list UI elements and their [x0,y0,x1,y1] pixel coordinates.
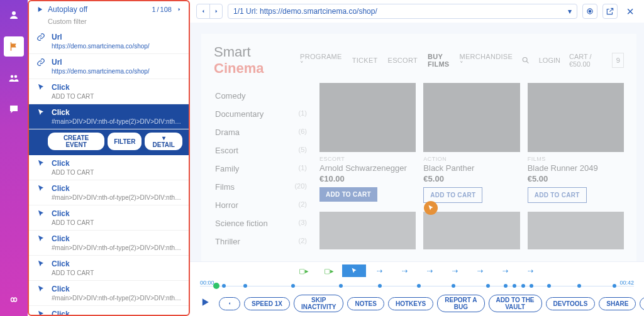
event-detail: #main>DIV>DIV:nth-of-type(2)>DIV>DIV:nth… [52,244,182,251]
category-item[interactable]: Drama(6) [214,123,308,141]
event-row[interactable]: ClickADD TO CART [29,256,189,281]
tl-filter-cursor[interactable] [342,264,366,277]
nav-forward-button[interactable] [209,4,222,18]
report-bug-button[interactable]: REPORT ABUG [437,295,484,312]
event-row[interactable]: ClickADD TO CART [29,79,189,104]
tl-filter-6[interactable]: ⇢ [443,264,467,277]
add-to-cart-button[interactable]: ADD TO CART [528,187,587,203]
notes-button[interactable]: NOTES [347,297,384,310]
rail-users-icon[interactable] [4,68,24,88]
category-item[interactable]: Family(1) [214,160,308,178]
event-pager[interactable]: 1/108 [152,6,182,13]
nav-item[interactable]: MERCHANDISE ˅ [460,53,513,68]
tl-filter-4[interactable]: ⇢ [392,264,416,277]
devtools-button[interactable]: DEVTOOLS [546,297,596,310]
event-detail: ADD TO CART [52,270,182,276]
nav-back-button[interactable] [197,4,209,18]
product-thumb[interactable] [319,212,416,249]
category-item[interactable]: Thriller(2) [214,232,308,251]
rail-infinity-icon[interactable] [4,290,24,310]
event-row[interactable]: Click#main>DIV>DIV:nth-of-type(2)>DIV>DI… [29,180,189,205]
timeline-marker[interactable] [530,284,533,288]
target-icon[interactable] [582,4,597,19]
timeline-marker[interactable] [613,284,616,288]
custom-filter-label[interactable]: Custom filter [29,18,189,29]
fullscreen-button[interactable]: FULLSCREEN [640,297,644,310]
url-bar[interactable]: 1/1 Url: https://demo.smartcinema.co/sho… [228,4,577,19]
hotkeys-button[interactable]: HOTKEYS [388,297,433,310]
rail-user-icon[interactable] [4,5,24,25]
product-name[interactable]: Arnold Schwarzenegger [319,163,416,173]
event-row[interactable]: Click#main>DIV>DIV:nth-of-type(2)>DIV>DI… [29,104,189,129]
product-thumb[interactable] [423,212,519,249]
link-icon [35,33,47,50]
prev-button[interactable] [219,297,240,310]
skip-inactivity-button[interactable]: SKIPINACTIVITY [294,295,344,312]
close-button[interactable]: × [623,4,638,19]
timeline-marker[interactable] [577,284,581,288]
category-item[interactable]: Horror(2) [214,196,308,214]
timeline-marker[interactable] [547,284,551,288]
category-item[interactable]: Science fiction(3) [214,214,308,232]
timeline-marker[interactable] [417,284,421,288]
play-button[interactable] [199,296,211,311]
tl-filter-9[interactable]: ⇢ [518,264,542,277]
speed-button[interactable]: SPEED 1X [244,297,290,310]
open-external-icon[interactable] [602,4,618,19]
recorded-site: Smart Cinema PROGRAME ˅TICKETESCORTBUY F… [201,34,636,261]
tl-filter-1[interactable]: ▢▸ [292,264,316,277]
timeline-marker[interactable] [222,284,226,288]
detail-button[interactable]: ▾ DETAIL [145,133,182,150]
timeline-marker[interactable] [452,284,455,288]
nav-item[interactable]: TICKET [352,57,378,64]
nav-item[interactable]: ESCORT [388,57,418,64]
tl-filter-5[interactable]: ⇢ [418,264,441,277]
timeline-marker[interactable] [378,284,382,288]
tl-filter-8[interactable]: ⇢ [493,264,517,277]
product-image[interactable] [528,83,624,152]
category-item[interactable]: Documentary(1) [214,105,308,123]
nav-item[interactable]: PROGRAME ˅ [300,53,342,68]
timeline-marker[interactable] [513,284,516,288]
event-row[interactable]: Click#main>DIV>DIV:nth-of-type(2)>DIV>DI… [29,281,189,306]
product-image[interactable] [423,83,519,152]
timeline-marker[interactable] [486,284,490,288]
timeline-marker[interactable] [291,284,295,288]
category-item[interactable]: Films(20) [214,178,308,196]
tl-filter-2[interactable]: ▢▸ [317,264,341,277]
product-name[interactable]: Blade Runner 2049 [528,163,624,173]
event-row[interactable]: ClickADD TO CART [29,155,189,180]
timeline-marker[interactable] [521,284,525,288]
tl-filter-7[interactable]: ⇢ [468,264,492,277]
tl-filter-3[interactable]: ⇢ [367,264,391,277]
category-item[interactable]: Escort(5) [214,141,308,160]
add-to-cart-button[interactable]: ADD TO CART [423,187,482,203]
event-row[interactable]: Click#main>DIV>DIV:nth-of-type(2)>DIV>DI… [29,231,189,256]
create-event-button[interactable]: CREATE EVENT [48,133,104,150]
timeline-marker[interactable] [243,284,247,288]
search-icon[interactable] [521,55,530,65]
timeline[interactable]: 00:00 00:42 [200,281,634,291]
event-row[interactable]: Urlhttps://demo.smartcinema.co/shop/ [29,54,189,79]
product-name[interactable]: Black Panther [423,163,519,173]
product-image[interactable] [319,83,416,152]
share-button[interactable]: SHARE [599,297,636,310]
nav-item[interactable]: BUY FILMS [428,53,449,68]
timeline-marker[interactable] [339,284,343,288]
add-to-cart-button[interactable]: ADD TO CART [319,187,377,202]
cart-link[interactable]: CART / €50.00 [569,53,603,68]
autoplay-toggle[interactable]: Autoplay off [48,5,87,14]
event-row[interactable]: ClickADD TO CART [29,306,189,315]
login-link[interactable]: LOGIN [539,57,560,64]
rail-flag-icon[interactable] [4,36,24,57]
timeline-marker[interactable] [504,284,508,288]
event-row[interactable]: ClickADD TO CART [29,205,189,231]
chevron-down-icon[interactable]: ▾ [568,7,572,16]
product-thumb[interactable] [528,212,624,249]
category-item[interactable]: Comedy [214,87,308,105]
filter-button[interactable]: FILTER [108,133,142,150]
cart-count[interactable]: 9 [612,53,624,68]
event-row[interactable]: Urlhttps://demo.smartcinema.co/shop/ [29,29,189,54]
add-vault-button[interactable]: ADD TO THEVAULT [489,295,542,312]
rail-chat-icon[interactable] [4,99,24,119]
